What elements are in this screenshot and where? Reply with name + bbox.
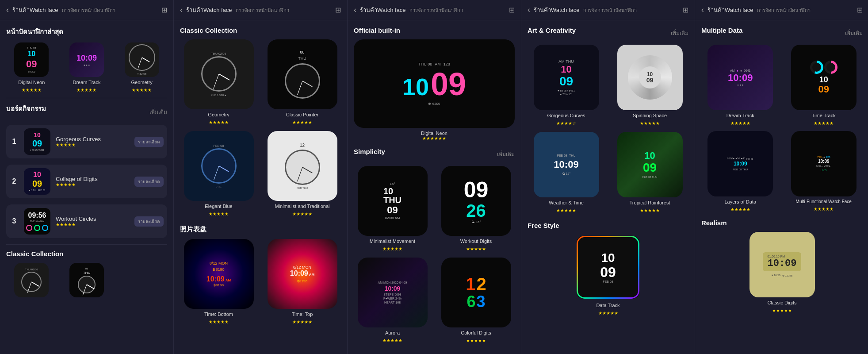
stars-minimalist-trad: ★★★★★ [292, 212, 312, 216]
label-tropical-rainforest: Tropical Rainforest [630, 200, 670, 205]
img-elegant-blue: FEB 08 0441 [184, 131, 254, 201]
back-button-2[interactable]: ‹ [180, 5, 183, 15]
multi-img-functional: 75%●128 10:09 6200●●PR 5▸ UV 5 [791, 131, 857, 196]
art-img-data-track: 10 09 FEB 08 [575, 235, 641, 300]
label-dream-track-1: Dream Track [73, 80, 101, 85]
multi-functional-face[interactable]: 75%●128 10:09 6200●●PR 5▸ UV 5 Multi-Fun… [785, 131, 863, 212]
latest-grid: THU 08 10 09 ⊕ 6200 Digital Neon ★★★★★ 1… [6, 42, 167, 92]
watch-card-geo-preview[interactable]: THU 02/09 [6, 263, 57, 297]
collection-aurora[interactable]: AM MON 2020 04 09 10:09 STEPS 5698 P♥WER… [354, 258, 431, 343]
header-subtitle-2: การจัดการหน้าปัดนาฬิกา [236, 6, 289, 14]
multi-layers-data[interactable]: 6200●●56●41PR 5▸ 10:09 FEB 08 THU Layers… [701, 131, 780, 212]
art-grid: AM THU 10 09 ♥ 88 257 5461 ● 75% 15° Gor… [528, 45, 688, 213]
art-data-track[interactable]: 10 09 FEB 08 Data Track ★★★★★ [575, 235, 641, 316]
header-subtitle-3: การจัดการหน้าปัดนาฬิกา [409, 6, 463, 14]
collection-geometry[interactable]: THU 02/09 ♥ 68 15/18 ● Geometry ★★★★★ [180, 39, 257, 125]
panel-2: ‹ ร้านค้าWatch face การจัดการหน้าปัดนาฬิ… [174, 0, 348, 354]
collection-colorful-digits[interactable]: 1 2 6 3 Colorful Digits ★★★★★ [437, 258, 515, 343]
watch-face-dream-track-1: 10:09 ● ● ● [69, 42, 104, 77]
art-creativity-title: Art & Creativity [528, 27, 576, 34]
multi-img-layers: 6200●●56●41PR 5▸ 10:09 FEB 08 THU [707, 131, 773, 196]
watch-card-geometry-1[interactable]: THU 08 Geometry ★★★★★ [116, 42, 167, 92]
stars-colorful-digits: ★★★★★ [466, 338, 486, 343]
panel-2-header: ‹ ร้านค้าWatch face การจัดการหน้าปัดนาฬิ… [174, 0, 347, 20]
label-geometry-1: Geometry [131, 80, 153, 85]
board-name-3: Workout Circles [56, 215, 129, 222]
header-title-1: ร้านค้าWatch face [12, 5, 58, 15]
detail-btn-2[interactable]: รายละเอียด [134, 177, 164, 187]
official-title: Official built-in [354, 27, 515, 34]
stars-gorgeous-art: ★★★★☆ [556, 121, 576, 126]
label-gorgeous-curves-art: Gorgeous Curves [547, 113, 585, 118]
back-button-4[interactable]: ‹ [528, 5, 530, 15]
latest-title: หน้าปัดนาฬิกาล่าสุด [6, 27, 167, 37]
collection-workout-digits[interactable]: 09 26 🌤15° Workout Digits ★★★★★ [437, 166, 515, 251]
multi-time-track[interactable]: 10 09 Time Track ★★★★★ [785, 45, 863, 126]
art-img-spinning: 10 09 [617, 45, 683, 110]
collection-minimalist-trad[interactable]: 12 FEB THU Minimalist and Traditional ★★… [264, 131, 341, 216]
multi-data-title: Multiple Data [701, 27, 742, 34]
board-more[interactable]: เพิ่มเติม [149, 108, 167, 116]
art-img-gorgeous: AM THU 10 09 ♥ 88 257 5461 ● 75% 15° [534, 45, 599, 110]
multi-img-time-track: 10 09 [791, 45, 857, 110]
panel-5-header: ‹ ร้านค้าWatch face การจัดการหน้าปัดนาฬิ… [695, 0, 868, 20]
header-title-3: ร้านค้าWatch face [360, 5, 406, 15]
img-aurora: AM MON 2020 04 09 10:09 STEPS 5698 P♥WER… [358, 258, 428, 327]
board-face-collage: 10 09 ♥ 8 THU FEB 08 [24, 168, 50, 195]
grid-icon-1[interactable]: ⊞ [161, 6, 167, 14]
grid-icon-5[interactable]: ⊞ [857, 6, 863, 14]
label-big-digital-neon: Digital Neon [354, 131, 515, 136]
simplicity-title: Simplicity [354, 148, 385, 155]
panel-1: ‹ ร้านค้าWatch face การจัดการหน้าปัดนาฬิ… [0, 0, 174, 354]
simplicity-more[interactable]: เพิ่มเติม [497, 150, 515, 158]
grid-icon-3[interactable]: ⊞ [509, 6, 515, 14]
grid-icon-4[interactable]: ⊞ [683, 6, 688, 14]
grid-icon-2[interactable]: ⊞ [335, 6, 341, 14]
multi-dream-track[interactable]: AM●●5641 10:09 ● ● ● Dream Track ★★★★★ [701, 45, 780, 126]
collection-minimalist-movement[interactable]: 15° 10THU 09 02/08 AM Minimalist Movemen… [354, 166, 431, 251]
art-weather-time[interactable]: FEB 08THU 10:09 🌤 15° Weather & Time ★★★… [528, 132, 605, 213]
board-stars-1: ★★★★★ [56, 142, 129, 147]
label-minimalist-trad: Minimalist and Traditional [275, 204, 329, 209]
back-button-3[interactable]: ‹ [354, 5, 356, 15]
art-gorgeous-curves[interactable]: AM THU 10 09 ♥ 88 257 5461 ● 75% 15° Gor… [528, 45, 605, 126]
back-button-5[interactable]: ‹ [701, 5, 704, 15]
collection-time-bottom[interactable]: 8/12 MON ฿8190 10:09 AM ฿8190 Time: Bott… [180, 239, 257, 324]
art-more[interactable]: เพิ่มเติม [671, 29, 688, 37]
photo-grid: 8/12 MON ฿8190 10:09 AM ฿8190 Time: Bott… [180, 239, 341, 324]
collection-elegant-blue[interactable]: FEB 08 0441 Elegant Blue ★★★★★ [180, 131, 257, 216]
header-subtitle-5: การจัดการหน้าปัดนาฬิกา [757, 6, 811, 14]
multi-classic-digits[interactable]: 01:06:15 PM 10:09 ♥ 16 50 ⊕ 12345 Classi… [749, 232, 815, 313]
watch-face-classic-preview: 08 THU [69, 263, 104, 297]
back-button-1[interactable]: ‹ [6, 5, 9, 15]
board-item-3[interactable]: 3 09:56 01/23 Wed AM Workout Circles ★★★… [6, 204, 167, 238]
watch-card-dream-track-1[interactable]: 10:09 ● ● ● Dream Track ★★★★★ [61, 42, 112, 92]
art-img-tropical: 10 09 FEB 08 THU [617, 132, 683, 197]
label-classic-digits-real: Classic Digits [767, 300, 796, 305]
label-time-track: Time Track [812, 113, 836, 118]
watch-card-digital-neon[interactable]: THU 08 10 09 ⊕ 6200 Digital Neon ★★★★★ [6, 42, 57, 92]
art-img-weather: FEB 08THU 10:09 🌤 15° [534, 132, 599, 197]
board-item-1[interactable]: 1 10 09 ♥ 88 257 5461 Gorgeous Curves ★★… [6, 125, 167, 158]
stars-minimalist-movement: ★★★★★ [382, 246, 402, 251]
big-digital-neon[interactable]: THU 08 AM 128 10 09 ⊕ 6200 Digital Neon … [354, 39, 515, 141]
art-tropical-rainforest[interactable]: 10 09 FEB 08 THU Tropical Rainforest ★★★… [611, 132, 688, 213]
collection-classic-pointer[interactable]: 08 THU Classic Pointer ★★★★★ [264, 39, 341, 125]
panel-3: ‹ ร้านค้าWatch face การจัดการหน้าปัดนาฬิ… [348, 0, 521, 354]
watch-face-geometry-1: THU 08 [125, 42, 159, 77]
art-spinning-space[interactable]: 10 09 Spinning Space ★★★★★ [611, 45, 688, 126]
simplicity-grid: 15° 10THU 09 02/08 AM Minimalist Movemen… [354, 166, 515, 343]
label-digital-neon: Digital Neon [18, 80, 45, 85]
panel-4: ‹ ร้านค้าWatch face การจัดการหน้าปัดนาฬิ… [521, 0, 695, 354]
detail-btn-1[interactable]: รายละเอียด [134, 137, 164, 147]
watch-card-classic-preview[interactable]: 08 THU [61, 263, 112, 297]
label-time-top: Time: Top [292, 312, 313, 317]
detail-btn-3[interactable]: รายละเอียด [134, 216, 164, 227]
stars-time-top: ★★★★★ [292, 319, 312, 324]
stars-classic-pointer: ★★★★★ [292, 120, 312, 125]
multi-more[interactable]: เพิ่มเติม [845, 29, 863, 37]
stars-spinning-space: ★★★★★ [640, 121, 660, 126]
board-item-2[interactable]: 2 10 09 ♥ 8 THU FEB 08 Collage of Digits… [6, 165, 167, 198]
collection-time-top[interactable]: 8/12 MON 10:09 AM ฿8190 Time: Top ★★★★★ [264, 239, 341, 324]
stars-dream-track-multi: ★★★★★ [730, 121, 750, 126]
